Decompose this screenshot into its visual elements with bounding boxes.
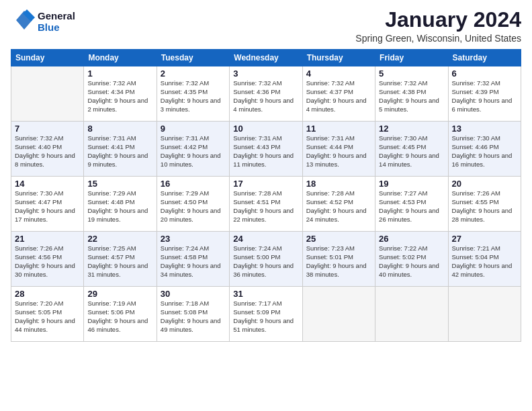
weekday-header-thursday: Thursday [302,50,375,66]
calendar-cell: 20Sunrise: 7:26 AMSunset: 4:55 PMDayligh… [448,177,521,232]
day-info: Sunrise: 7:30 AMSunset: 4:45 PMDaylight:… [379,134,444,169]
day-info: Sunrise: 7:24 AMSunset: 5:00 PMDaylight:… [233,244,298,279]
calendar-cell [448,287,521,342]
day-number: 14 [15,179,80,189]
calendar-cell: 11Sunrise: 7:31 AMSunset: 4:44 PMDayligh… [302,122,375,177]
day-number: 25 [306,234,371,244]
day-info: Sunrise: 7:32 AMSunset: 4:37 PMDaylight:… [306,79,371,113]
day-info: Sunrise: 7:29 AMSunset: 4:50 PMDaylight:… [161,189,226,224]
day-info: Sunrise: 7:25 AMSunset: 4:57 PMDaylight:… [87,244,152,279]
day-number: 16 [161,179,226,189]
day-info: Sunrise: 7:32 AMSunset: 4:38 PMDaylight:… [379,79,444,113]
calendar-cell: 18Sunrise: 7:28 AMSunset: 4:52 PMDayligh… [302,177,375,232]
weekday-header-wednesday: Wednesday [230,50,302,66]
weekday-header-row: SundayMondayTuesdayWednesdayThursdayFrid… [11,50,521,66]
calendar-cell: 22Sunrise: 7:25 AMSunset: 4:57 PMDayligh… [84,232,157,287]
location-text: Spring Green, Wisconsin, United States [355,33,521,44]
calendar-cell: 14Sunrise: 7:30 AMSunset: 4:47 PMDayligh… [11,177,84,232]
calendar-cell: 23Sunrise: 7:24 AMSunset: 4:58 PMDayligh… [157,232,229,287]
calendar-cell: 29Sunrise: 7:19 AMSunset: 5:06 PMDayligh… [84,287,157,342]
day-number: 11 [306,124,371,134]
logo: General Blue [11,8,75,35]
day-info: Sunrise: 7:32 AMSunset: 4:39 PMDaylight:… [452,79,517,113]
weekday-header-friday: Friday [375,50,448,66]
day-number: 20 [452,179,517,189]
day-info: Sunrise: 7:26 AMSunset: 4:56 PMDaylight:… [15,244,80,279]
calendar-week-row: 14Sunrise: 7:30 AMSunset: 4:47 PMDayligh… [11,177,521,232]
day-number: 8 [87,124,152,134]
day-info: Sunrise: 7:23 AMSunset: 5:01 PMDaylight:… [306,244,371,279]
day-info: Sunrise: 7:28 AMSunset: 4:51 PMDaylight:… [233,189,298,224]
calendar-cell: 27Sunrise: 7:21 AMSunset: 5:04 PMDayligh… [448,232,521,287]
day-number: 10 [233,124,298,134]
day-info: Sunrise: 7:32 AMSunset: 4:40 PMDaylight:… [15,134,80,169]
day-number: 4 [306,68,371,79]
calendar-cell: 8Sunrise: 7:31 AMSunset: 4:41 PMDaylight… [84,122,157,177]
calendar-table: SundayMondayTuesdayWednesdayThursdayFrid… [11,49,521,342]
day-number: 15 [87,179,152,189]
calendar-cell: 21Sunrise: 7:26 AMSunset: 4:56 PMDayligh… [11,232,84,287]
calendar-cell: 19Sunrise: 7:27 AMSunset: 4:53 PMDayligh… [375,177,448,232]
day-number: 27 [452,234,517,244]
calendar-cell: 1Sunrise: 7:32 AMSunset: 4:34 PMDaylight… [84,66,157,122]
calendar-cell: 25Sunrise: 7:23 AMSunset: 5:01 PMDayligh… [302,232,375,287]
day-number: 13 [452,124,517,134]
day-info: Sunrise: 7:31 AMSunset: 4:41 PMDaylight:… [87,134,152,169]
day-info: Sunrise: 7:20 AMSunset: 5:05 PMDaylight:… [15,300,80,334]
day-number: 5 [379,68,444,79]
logo-icon [11,8,35,32]
day-number: 24 [233,234,298,244]
day-number: 26 [379,234,444,244]
calendar-cell [11,66,84,122]
day-number: 12 [379,124,444,134]
calendar-cell [302,287,375,342]
day-info: Sunrise: 7:31 AMSunset: 4:42 PMDaylight:… [161,134,226,169]
calendar-cell [375,287,448,342]
day-info: Sunrise: 7:18 AMSunset: 5:08 PMDaylight:… [161,300,226,334]
day-number: 31 [233,289,298,299]
calendar-cell: 16Sunrise: 7:29 AMSunset: 4:50 PMDayligh… [157,177,229,232]
day-number: 9 [161,124,226,134]
day-number: 1 [87,68,152,79]
calendar-week-row: 7Sunrise: 7:32 AMSunset: 4:40 PMDaylight… [11,122,521,177]
calendar-cell: 5Sunrise: 7:32 AMSunset: 4:38 PMDaylight… [375,66,448,122]
calendar-week-row: 21Sunrise: 7:26 AMSunset: 4:56 PMDayligh… [11,232,521,287]
calendar-cell: 26Sunrise: 7:22 AMSunset: 5:02 PMDayligh… [375,232,448,287]
calendar-cell: 13Sunrise: 7:30 AMSunset: 4:46 PMDayligh… [448,122,521,177]
calendar-cell: 2Sunrise: 7:32 AMSunset: 4:35 PMDaylight… [157,66,229,122]
day-number: 28 [15,289,80,299]
weekday-header-monday: Monday [84,50,157,66]
weekday-header-saturday: Saturday [448,50,521,66]
calendar-cell: 12Sunrise: 7:30 AMSunset: 4:45 PMDayligh… [375,122,448,177]
weekday-header-sunday: Sunday [11,50,84,66]
day-info: Sunrise: 7:17 AMSunset: 5:09 PMDaylight:… [233,300,298,334]
day-info: Sunrise: 7:27 AMSunset: 4:53 PMDaylight:… [379,189,444,224]
title-area: January 2024 Spring Green, Wisconsin, Un… [355,8,521,44]
day-info: Sunrise: 7:24 AMSunset: 4:58 PMDaylight:… [161,244,226,279]
day-number: 3 [233,68,298,79]
day-info: Sunrise: 7:21 AMSunset: 5:04 PMDaylight:… [452,244,517,279]
day-number: 2 [161,68,226,79]
weekday-header-tuesday: Tuesday [157,50,229,66]
day-info: Sunrise: 7:31 AMSunset: 4:44 PMDaylight:… [306,134,371,169]
calendar-cell: 6Sunrise: 7:32 AMSunset: 4:39 PMDaylight… [448,66,521,122]
calendar-week-row: 28Sunrise: 7:20 AMSunset: 5:05 PMDayligh… [11,287,521,342]
calendar-container: General Blue January 2024 Spring Green, … [0,0,532,411]
day-number: 30 [161,289,226,299]
day-info: Sunrise: 7:22 AMSunset: 5:02 PMDaylight:… [379,244,444,279]
day-number: 17 [233,179,298,189]
day-info: Sunrise: 7:32 AMSunset: 4:35 PMDaylight:… [161,79,226,113]
calendar-cell: 17Sunrise: 7:28 AMSunset: 4:51 PMDayligh… [230,177,302,232]
calendar-cell: 3Sunrise: 7:32 AMSunset: 4:36 PMDaylight… [230,66,302,122]
calendar-cell: 4Sunrise: 7:32 AMSunset: 4:37 PMDaylight… [302,66,375,122]
month-title: January 2024 [355,8,521,32]
day-number: 21 [15,234,80,244]
day-info: Sunrise: 7:29 AMSunset: 4:48 PMDaylight:… [87,189,152,224]
calendar-cell: 7Sunrise: 7:32 AMSunset: 4:40 PMDaylight… [11,122,84,177]
day-info: Sunrise: 7:32 AMSunset: 4:36 PMDaylight:… [233,79,298,113]
day-info: Sunrise: 7:30 AMSunset: 4:47 PMDaylight:… [15,189,80,224]
day-info: Sunrise: 7:31 AMSunset: 4:43 PMDaylight:… [233,134,298,169]
day-number: 29 [87,289,152,299]
calendar-cell: 10Sunrise: 7:31 AMSunset: 4:43 PMDayligh… [230,122,302,177]
calendar-cell: 30Sunrise: 7:18 AMSunset: 5:08 PMDayligh… [157,287,229,342]
